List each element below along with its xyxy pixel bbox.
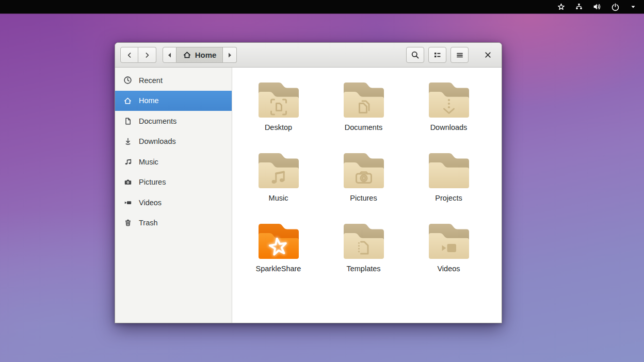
file-item-templates[interactable]: Templates: [321, 221, 406, 291]
file-name: Music: [269, 194, 288, 202]
close-button[interactable]: [479, 46, 496, 64]
history-nav: [120, 47, 156, 63]
search-icon: [411, 51, 420, 59]
sidebar-item-label: Documents: [139, 117, 176, 125]
forward-icon: [143, 51, 151, 59]
file-item-desktop[interactable]: Desktop: [236, 79, 321, 150]
files-window: Home: [115, 42, 502, 323]
sidebar-item-pictures[interactable]: Pictures: [115, 172, 232, 193]
documents-icon: [123, 117, 132, 125]
file-item-music[interactable]: Music: [236, 150, 321, 221]
top-panel: [0, 0, 644, 14]
list-view-icon: [433, 51, 442, 59]
file-name: Documents: [345, 123, 382, 131]
path-segment-home[interactable]: Home: [176, 47, 223, 63]
search-button[interactable]: [406, 47, 424, 63]
home-icon: [123, 96, 132, 105]
file-item-documents[interactable]: Documents: [321, 79, 406, 150]
titlebar-actions: [406, 46, 496, 64]
sidebar-item-label: Trash: [139, 219, 158, 227]
sidebar: Recent Home Documents: [115, 68, 232, 323]
sidebar-item-label: Recent: [139, 76, 163, 85]
folder-icon: [256, 79, 301, 119]
sidebar-item-recent[interactable]: Recent: [115, 70, 232, 91]
sidebar-item-trash[interactable]: Trash: [115, 213, 232, 234]
folder-icon: [426, 150, 472, 189]
file-name: Pictures: [350, 194, 377, 202]
path-scroll-right-button[interactable]: [223, 47, 237, 63]
file-view[interactable]: Desktop Documents: [232, 68, 502, 323]
view-list-button[interactable]: [428, 47, 446, 63]
folder-icon: [426, 221, 472, 260]
sidebar-item-label: Home: [139, 96, 159, 105]
sidebar-item-label: Videos: [139, 199, 162, 207]
triangle-left-icon: [167, 52, 172, 58]
videos-icon: [123, 198, 132, 207]
window-body: Recent Home Documents: [115, 68, 502, 323]
network-icon[interactable]: [574, 2, 584, 11]
power-icon[interactable]: [610, 2, 620, 11]
favorites-star-icon[interactable]: [556, 2, 566, 11]
folder-icon: [341, 150, 387, 189]
sidebar-item-documents[interactable]: Documents: [115, 111, 232, 131]
file-item-videos[interactable]: Videos: [406, 221, 491, 291]
path-location-label: Home: [195, 51, 217, 59]
back-icon: [125, 51, 134, 59]
file-name: Videos: [437, 265, 460, 273]
home-icon: [183, 51, 191, 59]
recent-icon: [123, 76, 132, 85]
folder-icon: [341, 221, 387, 260]
file-item-downloads[interactable]: Downloads: [406, 79, 491, 150]
hamburger-menu-icon: [456, 51, 464, 59]
sidebar-item-videos[interactable]: Videos: [115, 192, 232, 213]
triangle-right-icon: [228, 52, 232, 58]
forward-button[interactable]: [138, 47, 156, 63]
file-name: Desktop: [265, 123, 292, 131]
caret-down-icon[interactable]: [629, 2, 638, 11]
close-icon: [484, 51, 492, 59]
volume-icon[interactable]: [592, 2, 602, 11]
icon-grid: Desktop Documents: [236, 79, 502, 291]
folder-icon: [256, 150, 301, 189]
downloads-icon: [123, 137, 132, 146]
folder-icon: [426, 79, 472, 119]
path-bar: Home: [163, 47, 237, 63]
sidebar-item-label: Downloads: [139, 137, 176, 145]
pictures-icon: [123, 178, 132, 187]
folder-icon-sparkleshare: [256, 221, 301, 260]
file-item-sparkleshare[interactable]: SparkleShare: [236, 221, 321, 291]
sidebar-item-downloads[interactable]: Downloads: [115, 131, 232, 152]
file-name: Templates: [346, 265, 380, 273]
titlebar[interactable]: Home: [115, 43, 502, 68]
file-item-pictures[interactable]: Pictures: [321, 150, 406, 221]
sidebar-item-music[interactable]: Music: [115, 152, 232, 172]
file-item-projects[interactable]: Projects: [406, 150, 491, 221]
file-name: SparkleShare: [256, 265, 301, 273]
back-button[interactable]: [120, 47, 138, 63]
sidebar-item-label: Pictures: [139, 178, 166, 186]
file-name: Projects: [435, 194, 462, 202]
file-name: Downloads: [430, 123, 468, 131]
music-icon: [123, 157, 132, 166]
sidebar-item-label: Music: [139, 158, 158, 166]
folder-icon: [341, 79, 387, 119]
menu-button[interactable]: [450, 47, 469, 63]
path-scroll-left-button[interactable]: [163, 47, 176, 63]
sidebar-item-home[interactable]: Home: [115, 91, 232, 111]
trash-icon: [123, 219, 132, 227]
